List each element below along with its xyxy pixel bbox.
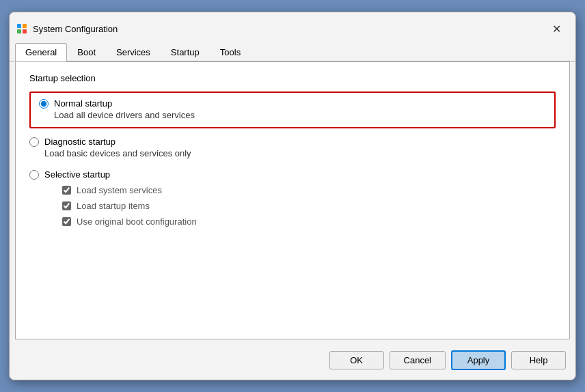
diagnostic-startup-label[interactable]: Diagnostic startup	[44, 137, 115, 147]
dialog-footer: OK Cancel Apply Help	[10, 345, 575, 380]
svg-rect-3	[23, 29, 27, 33]
selective-options: Load system services Load startup items …	[46, 185, 556, 227]
selective-startup-label[interactable]: Selective startup	[44, 169, 110, 180]
main-content: Startup selection Normal startup Load al…	[15, 61, 570, 339]
title-bar-left: System Configuration	[16, 23, 118, 34]
apply-button[interactable]: Apply	[451, 350, 506, 370]
svg-rect-1	[23, 24, 27, 28]
normal-startup-desc: Load all device drivers and services	[54, 110, 546, 120]
diagnostic-startup-radio[interactable]	[29, 137, 39, 147]
selective-startup-option: Selective startup Load system services L…	[29, 169, 556, 227]
load-startup-items-label[interactable]: Load startup items	[77, 201, 150, 211]
load-startup-items-checkbox[interactable]	[62, 201, 71, 210]
svg-rect-0	[17, 24, 21, 28]
title-bar: System Configuration ✕	[10, 12, 575, 38]
tab-services[interactable]: Services	[106, 43, 161, 61]
tab-bar: General Boot Services Startup Tools	[10, 38, 575, 61]
tab-startup[interactable]: Startup	[161, 43, 210, 61]
selective-startup-radio[interactable]	[29, 170, 39, 180]
load-system-services-label[interactable]: Load system services	[77, 185, 162, 195]
normal-startup-box: Normal startup Load all device drivers a…	[29, 92, 556, 128]
close-button[interactable]: ✕	[547, 19, 566, 38]
normal-startup-label[interactable]: Normal startup	[54, 98, 112, 109]
load-startup-items-option: Load startup items	[62, 201, 556, 211]
dialog-icon	[16, 23, 27, 34]
load-system-services-option: Load system services	[62, 185, 556, 195]
use-original-boot-checkbox[interactable]	[62, 217, 71, 226]
ok-button[interactable]: OK	[329, 351, 384, 369]
diagnostic-startup-row: Diagnostic startup	[29, 137, 556, 147]
section-title: Startup selection	[29, 73, 556, 83]
normal-startup-row: Normal startup	[39, 98, 546, 109]
svg-rect-2	[17, 29, 21, 33]
help-button[interactable]: Help	[511, 351, 566, 369]
diagnostic-startup-option: Diagnostic startup Load basic devices an…	[29, 137, 556, 158]
load-system-services-checkbox[interactable]	[62, 186, 71, 195]
dialog-title: System Configuration	[33, 24, 118, 34]
tab-tools[interactable]: Tools	[210, 43, 251, 61]
system-configuration-dialog: System Configuration ✕ General Boot Serv…	[9, 12, 576, 380]
selective-startup-row: Selective startup	[29, 169, 556, 180]
tab-boot[interactable]: Boot	[67, 43, 106, 61]
tab-general[interactable]: General	[15, 43, 67, 61]
normal-startup-radio[interactable]	[39, 99, 49, 109]
cancel-button[interactable]: Cancel	[390, 351, 446, 369]
use-original-boot-option: Use original boot configuration	[62, 216, 556, 227]
diagnostic-startup-desc: Load basic devices and services only	[44, 148, 556, 158]
use-original-boot-label[interactable]: Use original boot configuration	[77, 216, 197, 227]
